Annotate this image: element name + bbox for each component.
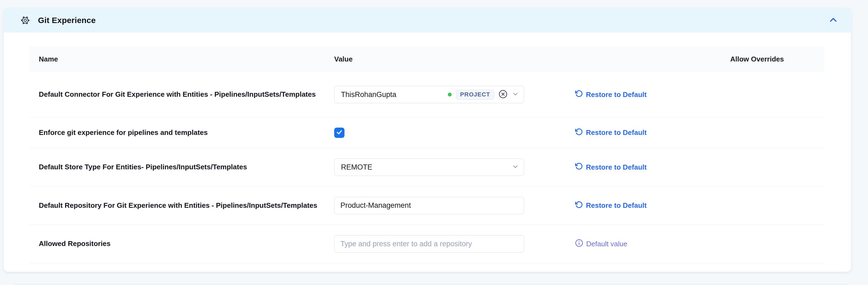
- connector-name: ThisRohanGupta: [341, 91, 396, 99]
- table-header-row: Name Value Allow Overrides: [30, 46, 825, 72]
- column-header-value: Value: [334, 55, 572, 63]
- setting-label: Enforce git experience for pipelines and…: [30, 128, 334, 137]
- setting-label: Default Store Type For Entities- Pipelin…: [30, 163, 334, 172]
- restore-default-button[interactable]: Restore to Default: [575, 201, 647, 211]
- restore-default-button[interactable]: Restore to Default: [575, 162, 647, 172]
- setting-label: Default Repository For Git Experience wi…: [30, 201, 334, 210]
- setting-row-store-type: Default Store Type For Entities- Pipelin…: [30, 148, 825, 186]
- allowed-repositories-input[interactable]: [334, 235, 524, 252]
- chevron-up-icon: [829, 15, 838, 26]
- connector-status-dot-icon: [448, 93, 452, 97]
- connector-select[interactable]: ThisRohanGupta PROJECT: [334, 86, 524, 103]
- next-section-header-edge[interactable]: [13, 283, 849, 285]
- chevron-down-icon: [512, 163, 519, 171]
- setting-row-default-connector: Default Connector For Git Experience wit…: [30, 72, 825, 117]
- store-type-value: REMOTE: [341, 163, 372, 172]
- scope-badge: PROJECT: [456, 90, 494, 100]
- restore-default-button[interactable]: Restore to Default: [575, 90, 647, 99]
- restore-icon: [575, 90, 583, 99]
- restore-icon: [575, 128, 583, 138]
- store-type-select[interactable]: REMOTE: [334, 158, 524, 176]
- setting-label: Default Connector For Git Experience wit…: [30, 90, 334, 99]
- setting-row-enforce-git: Enforce git experience for pipelines and…: [30, 117, 825, 148]
- column-header-name: Name: [30, 55, 334, 63]
- settings-table: Name Value Allow Overrides Default Conne…: [30, 46, 825, 263]
- chevron-down-icon[interactable]: [512, 91, 519, 99]
- clear-connector-button[interactable]: [499, 90, 507, 99]
- collapse-button[interactable]: [829, 15, 838, 26]
- setting-label: Allowed Repositories: [30, 239, 334, 248]
- setting-row-allowed-repositories: Allowed Repositories Default value: [30, 225, 825, 263]
- default-value-label: Default value: [575, 239, 627, 249]
- gear-icon: [20, 14, 31, 26]
- restore-default-button[interactable]: Restore to Default: [575, 128, 647, 138]
- info-icon: [575, 239, 583, 249]
- restore-icon: [575, 201, 583, 211]
- default-repository-input[interactable]: [334, 197, 524, 214]
- check-icon: [336, 129, 343, 137]
- setting-row-default-repository: Default Repository For Git Experience wi…: [30, 186, 825, 225]
- section-header[interactable]: Git Experience: [4, 8, 851, 33]
- restore-icon: [575, 162, 583, 172]
- column-header-allow-overrides: Allow Overrides: [716, 55, 825, 63]
- enforce-git-checkbox[interactable]: [334, 128, 344, 138]
- x-circle-icon: [499, 90, 507, 99]
- section-title: Git Experience: [38, 16, 96, 25]
- git-experience-section-card: Git Experience Name Value Allow Override…: [4, 8, 851, 272]
